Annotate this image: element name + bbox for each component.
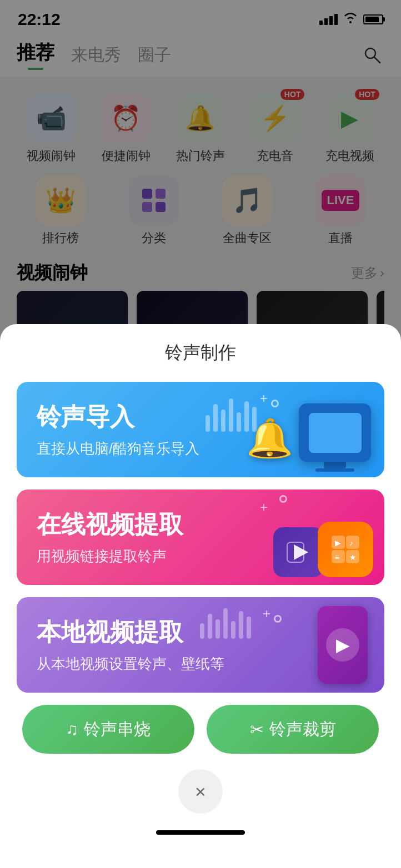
circle-deco-1 (271, 400, 279, 407)
svg-text:♪: ♪ (349, 538, 353, 547)
bell-icon: 🔔 (246, 416, 293, 461)
svg-text:★: ★ (349, 553, 357, 562)
circle-deco-2 (279, 495, 287, 503)
music-note-icon: ♫ (66, 720, 79, 739)
card-import-illustration: 🔔 (246, 403, 371, 472)
medley-label: 铃声串烧 (84, 718, 151, 741)
svg-text:▶: ▶ (335, 538, 341, 547)
scissors-icon: ✂ (250, 720, 264, 739)
card-local-video-subtitle: 从本地视频设置铃声、壁纸等 (37, 654, 364, 674)
card-local-video[interactable]: 本地视频提取 从本地视频设置铃声、壁纸等 ▶ + (17, 597, 384, 693)
sheet-title: 铃声制作 (17, 341, 384, 365)
phone-icon: ▶ (318, 606, 368, 684)
bottom-action-buttons: ♫ 铃声串烧 ✂ 铃声裁剪 (17, 705, 384, 754)
close-area: × (17, 754, 384, 825)
bottom-sheet: 铃声制作 铃声导入 直接从电脑/酷狗音乐导入 🔔 (0, 324, 401, 868)
purple-waves-deco (200, 608, 251, 639)
video-extract-icon: ▶ ♪ ≡ ★ (318, 522, 373, 577)
card-local-video-illustration: ▶ (318, 606, 368, 684)
trim-label: 铃声裁剪 (269, 718, 336, 741)
svg-text:≡: ≡ (335, 553, 339, 562)
card-online-video[interactable]: 在线视频提取 用视频链接提取铃声 ▶ (17, 489, 384, 585)
plus-deco-3: + (263, 606, 270, 622)
card-import[interactable]: 铃声导入 直接从电脑/酷狗音乐导入 🔔 + (17, 382, 384, 477)
home-indicator (17, 825, 384, 846)
medley-button[interactable]: ♫ 铃声串烧 (22, 705, 194, 754)
trim-button[interactable]: ✂ 铃声裁剪 (207, 705, 379, 754)
close-icon: × (195, 781, 206, 803)
plus-deco-1: + (260, 391, 268, 406)
home-bar (156, 830, 245, 835)
modal-overlay: 铃声制作 铃声导入 直接从电脑/酷狗音乐导入 🔔 (0, 0, 401, 868)
video-3d-icon (273, 527, 323, 577)
plus-deco-2: + (260, 499, 268, 515)
close-button[interactable]: × (178, 769, 223, 814)
svg-marker-6 (294, 544, 308, 560)
circle-deco-3 (274, 615, 282, 623)
card-online-video-illustration: ▶ ♪ ≡ ★ (273, 522, 373, 577)
